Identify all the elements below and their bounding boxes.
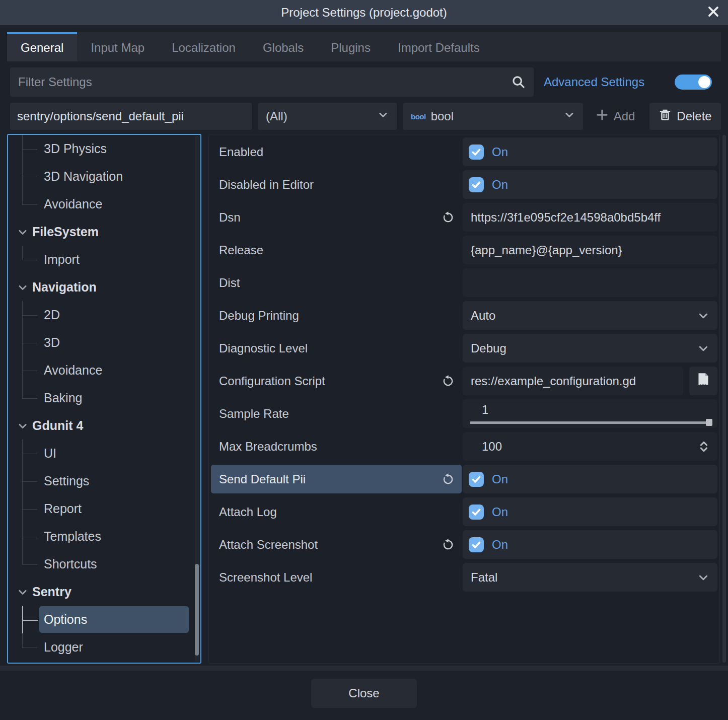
property-value-cell [463, 236, 717, 264]
value-dropdown[interactable]: Auto [463, 301, 717, 330]
sidebar-item-sentry[interactable]: Sentry [8, 578, 200, 606]
sidebar-item-3d[interactable]: 3D [8, 329, 200, 356]
spinner-value[interactable]: 100 [482, 440, 697, 454]
window-close-button[interactable] [706, 5, 721, 20]
property-label-cell[interactable]: Screenshot Level [211, 563, 462, 592]
tab-input-map[interactable]: Input Map [77, 32, 158, 61]
value-dropdown[interactable]: Fatal [463, 563, 717, 592]
spinner-updown-icon[interactable] [697, 440, 710, 453]
sidebar-item-import[interactable]: Import [8, 246, 200, 273]
sidebar-item-shortcuts[interactable]: Shortcuts [8, 550, 200, 578]
sidebar-item-3d-navigation[interactable]: 3D Navigation [8, 163, 200, 190]
sidebar-item-avoidance[interactable]: Avoidance [8, 190, 200, 218]
checked-checkbox-icon[interactable] [469, 472, 484, 487]
property-label-cell[interactable]: Debug Printing [211, 301, 462, 330]
checked-checkbox-icon[interactable] [469, 177, 484, 192]
sidebar-item-ui[interactable]: UI [8, 440, 200, 467]
property-value-cell: On [463, 137, 717, 166]
sidebar-item-templates[interactable]: Templates [8, 523, 200, 550]
chevron-down-icon [697, 342, 709, 354]
value-dropdown[interactable]: Debug [463, 334, 717, 363]
property-label-cell[interactable]: Send Default Pii [211, 465, 462, 493]
sidebar-item-label: Sentry [32, 585, 71, 599]
sidebar-item-logger[interactable]: Logger [8, 633, 200, 661]
sidebar-item-avoidance[interactable]: Avoidance [8, 356, 200, 384]
tab-plugins[interactable]: Plugins [317, 32, 384, 61]
sidebar-item-baking[interactable]: Baking [8, 384, 200, 412]
sidebar-item-label: Navigation [32, 280, 97, 295]
tree-guide [22, 371, 37, 371]
property-label: Send Default Pii [219, 472, 442, 486]
sidebar-item-navigation[interactable]: Navigation [8, 273, 200, 301]
category-filter-dropdown[interactable]: (All) [258, 103, 397, 130]
delete-property-button[interactable]: Delete [649, 103, 721, 130]
property-label: Max Breadcrumbs [219, 440, 462, 454]
chevron-down-icon [697, 310, 709, 322]
sidebar-item-options[interactable]: Options [8, 606, 200, 633]
sidebar-item-label: 2D [44, 308, 60, 322]
sidebar-item-3d-physics[interactable]: 3D Physics [8, 135, 200, 163]
text-value-input[interactable] [463, 236, 717, 264]
property-label-cell[interactable]: Dsn [211, 203, 462, 232]
slider-track[interactable] [470, 421, 711, 424]
sidebar-item-label: 3D Physics [44, 141, 107, 156]
property-label-cell[interactable]: Attach Log [211, 497, 462, 526]
tab-globals[interactable]: Globals [249, 32, 317, 61]
revert-icon[interactable] [442, 375, 455, 388]
slider-handle[interactable] [706, 419, 712, 426]
property-label-cell[interactable]: Release [211, 236, 462, 264]
revert-icon[interactable] [442, 473, 455, 486]
revert-icon[interactable] [442, 211, 455, 224]
tree-guide [22, 315, 37, 316]
checked-checkbox-icon[interactable] [469, 537, 484, 552]
settings-tree-sidebar: 3D Physics3D NavigationAvoidanceFileSyst… [7, 134, 201, 664]
collapse-chevron-icon[interactable] [17, 587, 28, 598]
checked-checkbox-icon[interactable] [469, 145, 484, 160]
tree-guide [22, 343, 37, 343]
property-label-cell[interactable]: Max Breadcrumbs [211, 432, 462, 461]
sidebar-item-settings[interactable]: Settings [8, 467, 200, 495]
category-filter-value: (All) [266, 109, 378, 123]
property-label-cell[interactable]: Diagnostic Level [211, 334, 462, 363]
property-label: Disabled in Editor [219, 178, 462, 192]
type-dropdown[interactable]: bool bool [403, 103, 583, 130]
sidebar-item-2d[interactable]: 2D [8, 301, 200, 329]
sidebar-scrollbar-thumb[interactable] [195, 564, 199, 656]
tab-general[interactable]: General [7, 32, 77, 61]
revert-icon[interactable] [442, 538, 455, 551]
sidebar-item-label: Baking [44, 391, 82, 405]
collapse-chevron-icon[interactable] [17, 227, 28, 238]
checked-checkbox-icon[interactable] [469, 505, 484, 520]
add-property-button[interactable]: Add [587, 103, 643, 130]
filter-settings-input[interactable] [10, 75, 512, 89]
sidebar-item-label: Avoidance [44, 363, 102, 378]
inspector-scrollbar[interactable] [722, 135, 726, 663]
property-value-cell: 100 [463, 432, 717, 461]
property-row-configuration-script: Configuration Script [209, 367, 716, 395]
advanced-settings-toggle[interactable] [675, 75, 712, 90]
resource-picker-button[interactable] [689, 367, 717, 395]
property-path-input[interactable] [10, 103, 252, 130]
property-label-cell[interactable]: Dist [211, 268, 462, 297]
property-label-cell[interactable]: Sample Rate [211, 399, 462, 428]
property-label-cell[interactable]: Attach Screenshot [211, 530, 462, 559]
tab-localization[interactable]: Localization [158, 32, 249, 61]
text-value-input[interactable] [463, 268, 717, 297]
collapse-chevron-icon[interactable] [17, 420, 28, 431]
sidebar-item-filesystem[interactable]: FileSystem [8, 218, 200, 246]
sidebar-item-report[interactable]: Report [8, 495, 200, 523]
spinner-cell: 100 [463, 432, 717, 461]
collapse-chevron-icon[interactable] [17, 282, 28, 293]
resource-path-input[interactable] [463, 367, 683, 395]
property-label-cell[interactable]: Enabled [211, 137, 462, 166]
checkbox-state-label: On [492, 472, 508, 486]
sidebar-item-gdunit-4[interactable]: Gdunit 4 [8, 412, 200, 440]
text-value-input[interactable] [463, 203, 717, 232]
property-label-cell[interactable]: Disabled in Editor [211, 170, 462, 199]
property-label-cell[interactable]: Configuration Script [211, 367, 462, 395]
tab-import-defaults[interactable]: Import Defaults [384, 32, 493, 61]
sidebar-item-label: 3D Navigation [44, 169, 123, 184]
close-dialog-button[interactable]: Close [311, 679, 417, 708]
dropdown-value: Debug [471, 341, 697, 355]
property-label: Attach Log [219, 505, 462, 519]
